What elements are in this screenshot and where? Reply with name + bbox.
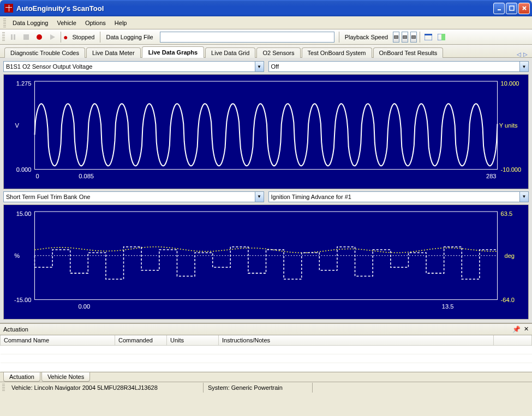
chart2-y2max: 63.5 bbox=[501, 210, 513, 217]
recording-state-label: Stopped bbox=[69, 34, 98, 40]
tab-live-data-meter[interactable]: Live Data Meter bbox=[86, 47, 141, 58]
pin-icon[interactable]: 📌 bbox=[512, 325, 521, 333]
toolbar: ● Stopped Data Logging File Playback Spe… bbox=[0, 29, 532, 45]
window-title: AutoEnginuity's ScanTool bbox=[16, 4, 104, 13]
pause-button[interactable] bbox=[7, 31, 19, 43]
col-notes[interactable]: Instructions/Notes bbox=[219, 335, 494, 346]
menu-help[interactable]: Help bbox=[110, 18, 131, 28]
menu-data-logging[interactable]: Data Logging bbox=[8, 18, 52, 28]
tab-live-data-graphs[interactable]: Live Data Graphs bbox=[142, 46, 204, 58]
tab-onboard-results[interactable]: OnBoard Test Results bbox=[373, 47, 444, 58]
dropdown-icon[interactable]: ▼ bbox=[519, 191, 529, 202]
close-button[interactable] bbox=[518, 3, 530, 14]
col-blank[interactable] bbox=[494, 335, 532, 346]
chart1-ymax: 1.275 bbox=[16, 80, 32, 87]
actuation-title: Actuation bbox=[3, 326, 28, 333]
svg-marker-8 bbox=[50, 34, 55, 40]
dropdown-icon[interactable]: ▼ bbox=[519, 61, 529, 72]
svg-rect-10 bbox=[425, 34, 432, 35]
chart2: 15.00 % -15.00 63.5 deg -64.0 0.00 13.5 bbox=[3, 204, 529, 319]
chart2-y2min: -64.0 bbox=[501, 296, 515, 303]
chart1-y2max: 10.000 bbox=[501, 80, 519, 87]
stop-button[interactable] bbox=[20, 31, 32, 43]
tab-dtc[interactable]: Diagnostic Trouble Codes bbox=[4, 47, 85, 58]
tab-o2-sensors[interactable]: O2 Sensors bbox=[256, 47, 300, 58]
chart1-xmax: 283 bbox=[486, 173, 497, 179]
tab-live-data-grid[interactable]: Live Data Grid bbox=[205, 47, 255, 58]
app-icon bbox=[4, 4, 13, 13]
chart2-right-select[interactable]: ▼ bbox=[268, 191, 529, 202]
chart1-left-select[interactable]: ▼ bbox=[3, 61, 264, 72]
playback-speed-slider[interactable] bbox=[402, 32, 408, 43]
menu-bar: Data Logging Vehicle Options Help bbox=[0, 16, 532, 29]
col-units[interactable]: Units bbox=[167, 335, 219, 346]
file-label: Data Logging File bbox=[103, 34, 156, 40]
panel-close-icon[interactable]: ✕ bbox=[524, 325, 529, 333]
chart2-xmax: 13.5 bbox=[442, 303, 454, 310]
tab-actuation[interactable]: Actuation bbox=[3, 372, 40, 382]
actuation-grid[interactable]: Command Name Commanded Units Instruction… bbox=[0, 335, 532, 372]
chart1-xtick: 0.085 bbox=[79, 173, 94, 179]
menu-vehicle[interactable]: Vehicle bbox=[52, 18, 80, 28]
table-row[interactable] bbox=[1, 354, 532, 363]
maximize-button[interactable] bbox=[506, 3, 517, 14]
playback-speed-label: Playback Speed bbox=[342, 34, 392, 40]
actuation-panel: Actuation 📌 ✕ Command Name Commanded Uni… bbox=[0, 323, 532, 382]
playback-speed-slider[interactable] bbox=[410, 32, 417, 43]
svg-rect-6 bbox=[23, 34, 29, 40]
chart2-svg: 15.00 % -15.00 63.5 deg -64.0 0.00 13.5 bbox=[7, 208, 525, 316]
minimize-button[interactable] bbox=[493, 3, 505, 14]
graph-panel: ▼ ▼ 1.275 V 0.000 10.000 Y units -10.000… bbox=[0, 58, 532, 323]
chart2-ymin: -15.00 bbox=[14, 296, 31, 303]
grip-icon bbox=[3, 19, 6, 27]
tab-vehicle-notes[interactable]: Vehicle Notes bbox=[41, 372, 90, 382]
record-indicator-icon: ● bbox=[63, 33, 68, 41]
chart1-svg: 1.275 V 0.000 10.000 Y units -10.000 0 0… bbox=[7, 78, 525, 185]
table-row[interactable] bbox=[1, 363, 532, 371]
play-button[interactable] bbox=[46, 31, 58, 43]
chart1-ymin: 0.000 bbox=[16, 166, 32, 173]
col-command-name[interactable]: Command Name bbox=[1, 335, 115, 346]
dropdown-icon[interactable]: ▼ bbox=[255, 191, 264, 202]
col-commanded[interactable]: Commanded bbox=[115, 335, 167, 346]
chart2-right-value[interactable] bbox=[268, 191, 520, 202]
svg-rect-4 bbox=[11, 34, 13, 40]
svg-point-7 bbox=[37, 34, 42, 40]
playback-speed-slider[interactable] bbox=[393, 32, 399, 43]
grip-icon bbox=[2, 32, 5, 42]
grip-icon bbox=[2, 384, 5, 391]
chart2-ymax: 15.00 bbox=[16, 210, 32, 217]
menu-options[interactable]: Options bbox=[81, 18, 110, 28]
record-button[interactable] bbox=[33, 31, 45, 43]
chart1-y2min: -10.000 bbox=[501, 166, 522, 173]
tab-strip: Diagnostic Trouble Codes Live Data Meter… bbox=[0, 45, 532, 58]
svg-rect-12 bbox=[441, 34, 445, 40]
tab-scroll-left-icon[interactable]: ◁ bbox=[517, 51, 521, 57]
chart2-left-value[interactable] bbox=[3, 191, 255, 202]
data-logging-file-input[interactable] bbox=[160, 32, 334, 43]
chart1-left-value[interactable] bbox=[3, 61, 255, 72]
chart1-right-select[interactable]: ▼ bbox=[268, 61, 529, 72]
status-vehicle: Vehicle: Lincoln Navigator 2004 5LMFU28R… bbox=[7, 383, 204, 393]
chart2-ylabel: % bbox=[14, 252, 20, 259]
chart2-left-select[interactable]: ▼ bbox=[3, 191, 264, 202]
chart1-y2label: Y units bbox=[499, 122, 518, 129]
status-system: System: Generic Powertrain bbox=[204, 383, 313, 393]
layout-button-1[interactable] bbox=[422, 31, 434, 43]
chart2-xmin: 0.00 bbox=[79, 303, 91, 310]
tab-test-onboard[interactable]: Test OnBoard System bbox=[302, 47, 372, 58]
dropdown-icon[interactable]: ▼ bbox=[255, 61, 264, 72]
status-bar: Vehicle: Lincoln Navigator 2004 5LMFU28R… bbox=[0, 382, 532, 394]
svg-rect-1 bbox=[510, 6, 514, 10]
chart2-y2label: deg bbox=[504, 252, 515, 259]
svg-rect-5 bbox=[14, 34, 15, 40]
layout-button-2[interactable] bbox=[435, 31, 447, 43]
chart1-right-value[interactable] bbox=[268, 61, 520, 72]
title-bar: AutoEnginuity's ScanTool bbox=[0, 0, 532, 16]
status-spacer bbox=[313, 383, 532, 393]
chart1: 1.275 V 0.000 10.000 Y units -10.000 0 0… bbox=[3, 74, 529, 189]
tab-scroll-right-icon[interactable]: ▷ bbox=[523, 51, 528, 57]
chart1-xmin: 0 bbox=[36, 173, 39, 179]
chart1-ylabel: V bbox=[15, 122, 19, 129]
table-row[interactable] bbox=[1, 345, 532, 354]
